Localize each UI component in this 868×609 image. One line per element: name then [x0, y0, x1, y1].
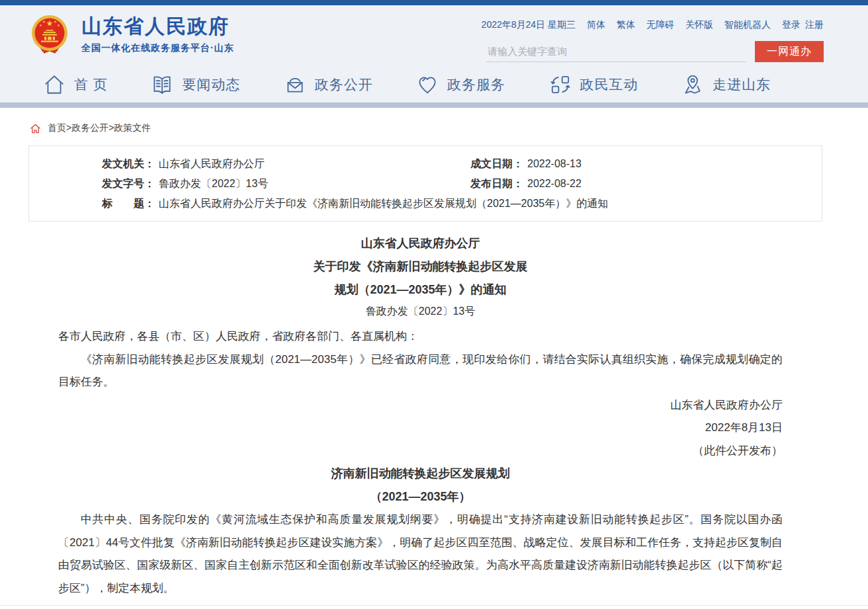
- signature-agency: 山东省人民政府办公厅: [58, 394, 783, 417]
- nav-item-discover-shandong[interactable]: 走进山东: [681, 73, 771, 96]
- nav-item-home[interactable]: 首 页: [43, 73, 108, 96]
- document-number: 鲁政办发〔2022〕13号: [58, 302, 783, 321]
- site-title: 山东省人民政府: [81, 15, 234, 38]
- breadcrumb-path[interactable]: 首页>政务公开>政策文件: [48, 122, 151, 134]
- site-subtitle: 全国一体化在线政务服务平台·山东: [81, 42, 234, 54]
- home-icon: [43, 73, 65, 96]
- site-header: 山东省人民政府 全国一体化在线政务服务平台·山东 2022年8月24日 星期三 …: [0, 5, 868, 66]
- nav-divider-band: [0, 102, 868, 108]
- plan-title-line2: （2021—2035年）: [58, 485, 783, 508]
- heart-icon: [416, 73, 439, 96]
- meta-number-label: 发文字号：: [102, 174, 155, 194]
- link-login[interactable]: 登录: [782, 19, 801, 31]
- document-title: 山东省人民政府办公厅 关于印发《济南新旧动能转换起步区发展 规划（2021—20…: [58, 232, 783, 302]
- meta-agency-label: 发文机关：: [102, 154, 155, 174]
- document-meta-box: 发文机关： 山东省人民政府办公厅 成文日期： 2022-08-13 发文字号： …: [28, 145, 822, 222]
- paragraph-1: 《济南新旧动能转换起步区发展规划（2021—2035年）》已经省政府同意，现印发…: [58, 348, 783, 394]
- signature-date: 2022年8月13日: [58, 417, 783, 440]
- document-title-line2: 关于印发《济南新旧动能转换起步区发展: [58, 255, 783, 278]
- plan-title-line1: 济南新旧动能转换起步区发展规划: [58, 462, 783, 485]
- meta-number-value: 鲁政办发〔2022〕13号: [159, 174, 268, 194]
- meta-publish-date-value: 2022-08-22: [527, 174, 582, 194]
- nav-item-news[interactable]: 要闻动态: [151, 73, 240, 96]
- top-utility-links: 2022年8月24日 星期三 简体 繁体 无障碍 关怀版 智能机器人 登录 注册: [482, 19, 824, 31]
- nav-item-gov-services[interactable]: 政务服务: [416, 73, 505, 96]
- paragraph-2: 中共中央、国务院印发的《黄河流域生态保护和高质量发展规划纲要》，明确提出“支持济…: [58, 508, 783, 600]
- one-stop-service-button[interactable]: 一网通办: [755, 41, 824, 62]
- meta-written-date-label: 成文日期：: [470, 154, 523, 174]
- bottom-divider: [0, 605, 868, 606]
- nav-item-gov-info[interactable]: 政务公开: [284, 73, 373, 96]
- meta-written-date-value: 2022-08-13: [527, 154, 582, 174]
- main-navigation: 首 页 要闻动态 政务公开 政务服务: [0, 66, 868, 102]
- meta-title-label: 标 题：: [102, 194, 155, 214]
- meta-publish-date-label: 发布日期：: [470, 174, 523, 194]
- meta-title-value: 山东省人民政府办公厅关于印发《济南新旧动能转换起步区发展规划（2021—2035…: [159, 194, 608, 214]
- page-content: 首页>政务公开>政策文件 发文机关： 山东省人民政府办公厅 成文日期： 2022…: [0, 122, 868, 606]
- link-smart-robot[interactable]: 智能机器人: [724, 19, 771, 31]
- publish-note: （此件公开发布）: [58, 440, 783, 463]
- current-date: 2022年8月24日 星期三: [482, 19, 576, 31]
- nav-item-interaction[interactable]: 政民互动: [549, 73, 638, 96]
- meta-agency-value: 山东省人民政府办公厅: [159, 154, 265, 174]
- search-input[interactable]: [486, 41, 746, 62]
- link-traditional[interactable]: 繁体: [617, 19, 635, 31]
- map-pin-icon: [681, 73, 704, 96]
- document-body: 山东省人民政府办公厅 关于印发《济南新旧动能转换起步区发展 规划（2021—20…: [58, 232, 783, 600]
- link-simplified[interactable]: 简体: [587, 19, 605, 31]
- plan-title: 济南新旧动能转换起步区发展规划 （2021—2035年）: [58, 462, 783, 508]
- national-emblem-icon: [30, 14, 69, 55]
- signature-block: 山东省人民政府办公厅 2022年8月13日 （此件公开发布）: [58, 394, 783, 463]
- link-register[interactable]: 注册: [805, 19, 824, 31]
- mail-open-icon: [284, 73, 306, 96]
- document-title-line3: 规划（2021—2035年）》的通知: [58, 278, 783, 302]
- breadcrumb: 首页>政务公开>政策文件: [30, 122, 868, 134]
- news-book-icon: [151, 73, 173, 96]
- document-title-line1: 山东省人民政府办公厅: [58, 232, 783, 255]
- breadcrumb-home-icon[interactable]: [30, 123, 41, 134]
- site-logo[interactable]: 山东省人民政府 全国一体化在线政务服务平台·山东: [30, 5, 234, 66]
- link-care-version[interactable]: 关怀版: [685, 19, 713, 31]
- link-accessibility[interactable]: 无障碍: [646, 19, 674, 31]
- salutation: 各市人民政府，各县（市、区）人民政府，省政府各部门、各直属机构：: [58, 325, 783, 348]
- top-accent-bar: [0, 0, 868, 5]
- interaction-arrows-icon: [549, 73, 572, 96]
